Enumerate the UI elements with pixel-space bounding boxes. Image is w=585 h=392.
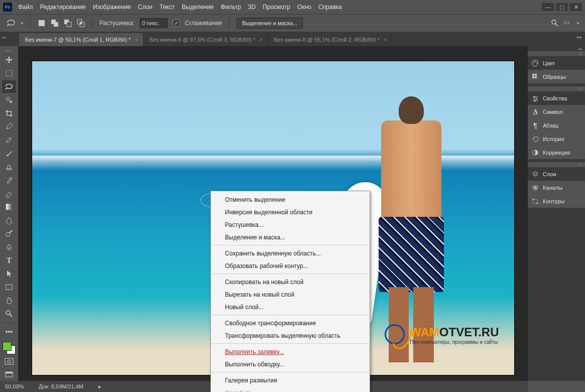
app-icon: Ps [3, 3, 12, 12]
dropdown-arrow-icon[interactable]: ▾ [21, 21, 23, 26]
selection-new-icon[interactable] [38, 19, 46, 27]
panel-label: Цвет [543, 60, 555, 66]
context-menu-item[interactable]: Отменить выделение [211, 193, 370, 206]
menu-изображение[interactable]: Изображение [93, 4, 131, 11]
zoom-tool[interactable] [2, 308, 16, 320]
search-icon[interactable] [551, 19, 559, 27]
grip-icon: ▸▸ [6, 48, 12, 53]
select-and-mask-button[interactable]: Выделение и маска... [237, 18, 303, 29]
context-menu-item[interactable]: Свободное трансформирование [211, 317, 370, 329]
blur-tool[interactable] [2, 214, 16, 227]
svg-point-16 [6, 311, 10, 315]
dodge-tool[interactable] [2, 227, 16, 240]
color-swatches[interactable] [3, 342, 16, 354]
menu-слои[interactable]: Слои [138, 4, 153, 11]
menu-фильтр[interactable]: Фильтр [221, 4, 241, 11]
context-menu-item[interactable]: Выполнить заливку... [211, 345, 370, 358]
menu-справка[interactable]: Справка [318, 4, 342, 11]
foreground-color-swatch[interactable] [3, 342, 12, 351]
svg-point-13 [6, 232, 10, 236]
selection-intersect-icon[interactable] [77, 19, 85, 27]
panel-tab-символ[interactable]: AСимвол [528, 105, 585, 118]
panel-label: Символ [543, 109, 563, 115]
svg-rect-39 [533, 199, 537, 203]
context-menu: Отменить выделениеИнверсия выделенной об… [210, 191, 370, 392]
panel-menu-icon[interactable]: ≡ [528, 86, 585, 91]
edit-toolbar[interactable]: ••• [2, 325, 16, 338]
eyedropper-tool[interactable] [2, 120, 16, 133]
collapse-panels-icon[interactable]: ▸▸ [577, 34, 582, 40]
document-tab[interactable]: Без имени-8 @ 55,1% (Слой 2, RGB/8#) *× [268, 33, 393, 46]
gradient-tool[interactable] [2, 201, 16, 213]
maximize-button[interactable]: ▢ [556, 3, 568, 11]
workspace-icon[interactable]: ▭ [564, 19, 572, 27]
context-menu-item[interactable]: Вырезать на новый слой [211, 288, 370, 301]
tab-close-icon[interactable]: × [384, 37, 387, 43]
halfring-icon [532, 149, 539, 156]
context-menu-item[interactable]: Растушевка... [211, 218, 370, 231]
brush-tool[interactable] [2, 147, 16, 160]
menu-просмотр[interactable]: Просмотр [263, 4, 290, 11]
lasso-tool-icon[interactable] [6, 18, 16, 28]
crop-tool[interactable] [2, 107, 16, 120]
panel-menu-icon[interactable]: ≡ [528, 162, 585, 167]
panel-tab-история[interactable]: История [528, 132, 585, 146]
zoom-level[interactable]: 50,09% [5, 383, 24, 389]
menu-файл[interactable]: Файл [18, 4, 33, 11]
context-menu-item[interactable]: Трансформировать выделенную область [211, 329, 370, 342]
panel-tab-цвет[interactable]: Цвет [528, 56, 585, 70]
workspace-dropdown-icon[interactable]: ▾ [577, 21, 579, 26]
tab-close-icon[interactable]: × [259, 37, 262, 43]
context-menu-item[interactable]: Инверсия выделенной области [211, 206, 370, 218]
rectangle-tool[interactable] [2, 281, 16, 294]
history-brush-tool[interactable] [2, 174, 16, 187]
panel-menu-icon[interactable]: ≡ [528, 51, 585, 56]
tab-close-icon[interactable]: × [135, 37, 138, 43]
menu-редактирование[interactable]: Редактирование [40, 4, 86, 11]
healing-brush-tool[interactable] [2, 134, 16, 147]
menu-выделение[interactable]: Выделение [182, 4, 214, 11]
minimize-button[interactable]: — [542, 3, 554, 11]
quick-mask-button[interactable] [2, 355, 16, 368]
quick-select-tool[interactable] [2, 94, 16, 106]
move-tool[interactable] [2, 54, 16, 66]
menu-текст[interactable]: Текст [160, 4, 175, 11]
menu-окно[interactable]: Окно [297, 4, 311, 11]
context-menu-item[interactable]: Сохранить выделенную область... [211, 247, 370, 259]
panel-tab-каналы[interactable]: Каналы [528, 181, 585, 194]
document-tab[interactable]: Без имени-6 @ 97,6% (Слой 3, RGB/8#) *× [144, 33, 268, 46]
context-menu-item: Ослабить... [211, 386, 370, 392]
context-menu-item[interactable]: Выполнить обводку... [211, 358, 370, 370]
menu-3d[interactable]: 3D [248, 4, 256, 11]
close-button[interactable]: ✕ [570, 3, 582, 11]
image-subject [369, 96, 454, 357]
antialias-checkbox[interactable]: ✓ [173, 20, 180, 27]
lasso-tool[interactable] [2, 80, 16, 93]
panel-tab-свойства[interactable]: Свойства [528, 91, 585, 105]
panel-tab-контуры[interactable]: Контуры [528, 194, 585, 208]
panel-tab-абзац[interactable]: ¶Абзац [528, 118, 585, 132]
expand-panels-icon[interactable]: ◂◂ [528, 46, 585, 51]
svg-point-11 [7, 97, 10, 100]
context-menu-item[interactable]: Образовать рабочий контур... [211, 259, 370, 272]
pen-tool[interactable] [2, 241, 16, 253]
feather-input[interactable] [140, 18, 168, 28]
marquee-tool[interactable] [2, 67, 16, 80]
hand-tool[interactable] [2, 294, 16, 307]
screen-mode-button[interactable] [2, 368, 16, 381]
selection-subtract-icon[interactable] [64, 19, 72, 27]
context-menu-item[interactable]: Выделение и маска... [211, 231, 370, 243]
eraser-tool[interactable] [2, 187, 16, 200]
type-tool[interactable]: T [2, 254, 16, 267]
context-menu-item[interactable]: Новый слой... [211, 301, 370, 313]
panel-tab-коррекция[interactable]: Коррекция [528, 146, 585, 159]
panel-tab-слои[interactable]: Слои [528, 167, 585, 181]
selection-add-icon[interactable] [51, 19, 59, 27]
status-arrow-icon[interactable]: ▸ [98, 383, 101, 390]
clone-stamp-tool[interactable] [2, 161, 16, 173]
context-menu-item[interactable]: Галерея размытия [211, 374, 370, 386]
context-menu-item[interactable]: Скопировать на новый слой [211, 276, 370, 288]
panel-tab-образцы[interactable]: Образцы [528, 70, 585, 83]
document-tab[interactable]: Без имени-7 @ 50,1% (Слой 1, RGB/8#) *× [19, 33, 144, 46]
path-select-tool[interactable] [2, 268, 16, 280]
